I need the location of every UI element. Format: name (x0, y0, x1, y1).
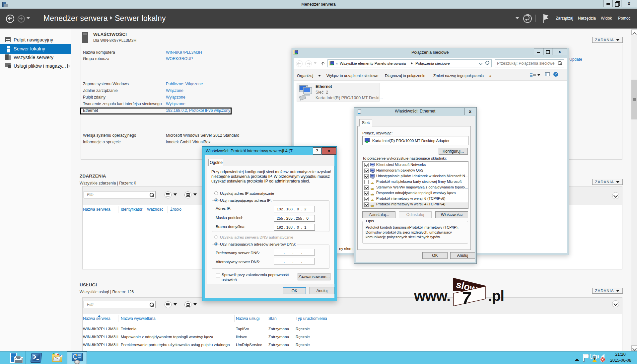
svg-text:7: 7 (461, 288, 472, 308)
svg-text:www.: www. (414, 288, 450, 304)
svg-text:.pl: .pl (488, 288, 504, 304)
